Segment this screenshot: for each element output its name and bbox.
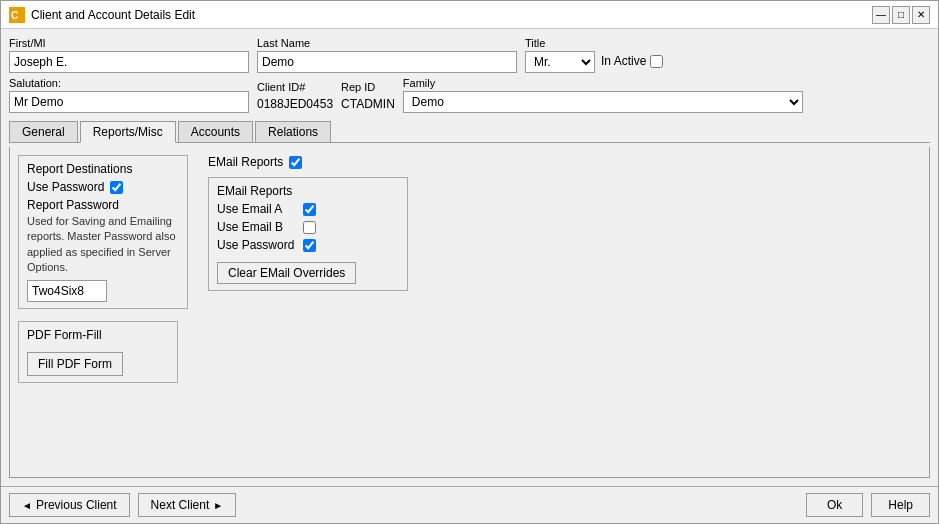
use-email-b-label: Use Email B: [217, 220, 297, 234]
prev-client-label: Previous Client: [36, 498, 117, 512]
email-use-password-row: Use Password: [217, 238, 399, 252]
tab-content-reports-misc: Report Destinations Use Password Report …: [9, 147, 930, 478]
use-password-label: Use Password: [27, 180, 104, 194]
clear-email-overrides-button[interactable]: Clear EMail Overrides: [217, 262, 356, 284]
use-email-a-label: Use Email A: [217, 202, 297, 216]
main-window: C Client and Account Details Edit — □ ✕ …: [0, 0, 939, 524]
fill-pdf-button[interactable]: Fill PDF Form: [27, 352, 123, 376]
field-salutation: Salutation:: [9, 77, 249, 113]
rep-id-value: CTADMIN: [341, 95, 395, 113]
email-reports-top-label: EMail Reports: [208, 155, 283, 169]
title-bar: C Client and Account Details Edit — □ ✕: [1, 1, 938, 29]
salutation-input[interactable]: [9, 91, 249, 113]
inactive-checkbox[interactable]: [650, 55, 663, 68]
tab-two-col: Report Destinations Use Password Report …: [18, 155, 921, 383]
inactive-row: In Active: [601, 54, 663, 70]
pdf-section-label: PDF Form-Fill: [27, 328, 169, 342]
tab-accounts[interactable]: Accounts: [178, 121, 253, 142]
next-client-button[interactable]: Next Client: [138, 493, 237, 517]
last-name-label: Last Name: [257, 37, 517, 49]
use-email-b-row: Use Email B: [217, 220, 399, 234]
help-button[interactable]: Help: [871, 493, 930, 517]
next-arrow-icon: [213, 498, 223, 512]
title-select[interactable]: Mr. Mrs. Ms. Dr.: [525, 51, 595, 73]
use-email-a-row: Use Email A: [217, 202, 399, 216]
email-use-password-checkbox[interactable]: [303, 239, 316, 252]
field-last-name: Last Name: [257, 37, 517, 73]
family-label: Family: [403, 77, 803, 89]
app-icon: C: [9, 7, 25, 23]
last-name-input[interactable]: [257, 51, 517, 73]
close-button[interactable]: ✕: [912, 6, 930, 24]
use-password-checkbox[interactable]: [110, 181, 123, 194]
prev-arrow-icon: [22, 498, 32, 512]
rep-id-label: Rep ID: [341, 81, 395, 93]
email-reports-top-row: EMail Reports: [208, 155, 408, 169]
maximize-button[interactable]: □: [892, 6, 910, 24]
report-destinations-section: Report Destinations Use Password Report …: [18, 155, 188, 309]
field-title: Title Mr. Mrs. Ms. Dr. In Active: [525, 37, 663, 73]
email-reports-section: EMail Reports Use Email A Use Email B Us…: [208, 177, 408, 291]
use-email-b-checkbox[interactable]: [303, 221, 316, 234]
family-select[interactable]: Demo: [403, 91, 803, 113]
first-mi-label: First/MI: [9, 37, 249, 49]
pdf-section: PDF Form-Fill Fill PDF Form: [18, 321, 178, 383]
minimize-button[interactable]: —: [872, 6, 890, 24]
next-client-label: Next Client: [151, 498, 210, 512]
window-controls: — □ ✕: [872, 6, 930, 24]
field-first-mi: First/MI: [9, 37, 249, 73]
tab-reports-misc[interactable]: Reports/Misc: [80, 121, 176, 143]
previous-client-button[interactable]: Previous Client: [9, 493, 130, 517]
title-label: Title: [525, 37, 663, 49]
report-password-label: Report Password: [27, 198, 179, 212]
svg-text:C: C: [11, 10, 18, 21]
field-rep-id: Rep ID CTADMIN: [341, 81, 395, 113]
row-salutation: Salutation: Client ID# 0188JED0453 Rep I…: [9, 77, 930, 113]
inactive-label: In Active: [601, 54, 646, 68]
client-id-label: Client ID#: [257, 81, 333, 93]
email-use-password-label: Use Password: [217, 238, 297, 252]
report-destinations-title: Report Destinations: [27, 162, 179, 176]
password-desc: Used for Saving and Emailing reports. Ma…: [27, 214, 179, 276]
client-id-value: 0188JED0453: [257, 95, 333, 113]
left-column: Report Destinations Use Password Report …: [18, 155, 188, 383]
ok-button[interactable]: Ok: [806, 493, 863, 517]
use-email-a-checkbox[interactable]: [303, 203, 316, 216]
bottom-bar: Previous Client Next Client Ok Help: [1, 486, 938, 523]
tab-relations[interactable]: Relations: [255, 121, 331, 142]
email-reports-top-checkbox[interactable]: [289, 156, 302, 169]
field-family: Family Demo: [403, 77, 803, 113]
email-reports-section-label: EMail Reports: [217, 184, 399, 198]
password-input[interactable]: [27, 280, 107, 302]
tab-general[interactable]: General: [9, 121, 78, 142]
use-password-row: Use Password: [27, 180, 179, 194]
main-content: First/MI Last Name Title Mr. Mrs. Ms. Dr…: [1, 29, 938, 486]
field-client-id: Client ID# 0188JED0453: [257, 81, 333, 113]
row-name: First/MI Last Name Title Mr. Mrs. Ms. Dr…: [9, 37, 930, 73]
tabs-row: General Reports/Misc Accounts Relations: [9, 121, 930, 143]
salutation-label: Salutation:: [9, 77, 249, 89]
window-title: Client and Account Details Edit: [31, 8, 866, 22]
right-column: EMail Reports EMail Reports Use Email A …: [208, 155, 408, 383]
first-mi-input[interactable]: [9, 51, 249, 73]
